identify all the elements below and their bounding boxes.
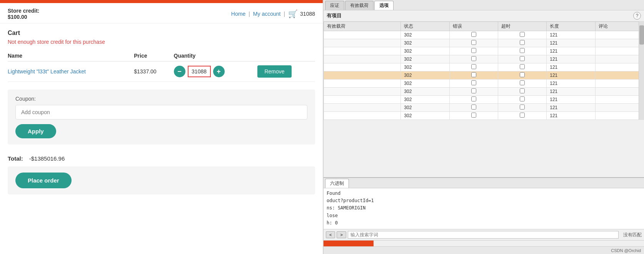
tab-you-xiao-zai-he[interactable]: 有效载荷: [345, 1, 374, 10]
coupon-input[interactable]: [15, 105, 307, 120]
table-row: 302 121: [324, 47, 644, 55]
cell-timeout[interactable]: [498, 71, 546, 80]
hex-line: Found: [327, 190, 641, 197]
cell-payload: [324, 63, 401, 71]
cell-status: 302: [401, 71, 449, 80]
top-accent-bar: [0, 0, 323, 3]
th-timeout: 超时: [498, 22, 546, 31]
cell-error[interactable]: [449, 55, 498, 63]
cell-length: 121: [547, 88, 595, 96]
cell-error[interactable]: [449, 104, 498, 112]
th-comment: 评论: [595, 22, 644, 31]
cell-timeout[interactable]: [498, 63, 546, 71]
ecommerce-panel: Store credit: $100.00 Home | My account …: [0, 0, 323, 254]
cell-status: 302: [401, 31, 449, 39]
cell-length: 121: [547, 112, 595, 120]
cell-timeout[interactable]: [498, 104, 546, 112]
cell-comment: [595, 104, 644, 112]
apply-button[interactable]: Apply: [15, 124, 56, 138]
my-account-link[interactable]: My account: [253, 11, 281, 17]
table-row: 302 121: [324, 96, 644, 104]
place-order-section: Place order: [8, 166, 315, 194]
cell-timeout[interactable]: [498, 96, 546, 104]
table-row: 302 121: [324, 71, 644, 80]
cell-payload: [324, 39, 401, 47]
error-message: Not enough store credit for this purchas…: [8, 39, 315, 45]
cell-comment: [595, 112, 644, 120]
cell-length: 121: [547, 80, 595, 88]
cell-payload: [324, 96, 401, 104]
cart-icon-area[interactable]: 🛒 31088: [288, 9, 315, 18]
qty-increase-button[interactable]: +: [213, 66, 225, 77]
cell-payload: [324, 71, 401, 80]
cart-heading: Cart: [8, 30, 315, 37]
scrollable-table-area[interactable]: 有效载荷 状态 错误 超时 长度 评论 302 121 302: [324, 22, 644, 120]
cell-status: 302: [401, 80, 449, 88]
remove-button[interactable]: Remove: [257, 65, 291, 78]
cell-error[interactable]: [449, 88, 498, 96]
cell-length: 121: [547, 55, 595, 63]
cell-error[interactable]: [449, 112, 498, 120]
cell-timeout[interactable]: [498, 55, 546, 63]
search-prev-button[interactable]: <: [326, 231, 335, 238]
no-match-label: 没有匹配: [623, 232, 642, 238]
cell-timeout[interactable]: [498, 80, 546, 88]
section-header: 有项目 ?: [324, 10, 644, 22]
search-next-button[interactable]: >: [337, 231, 346, 238]
home-link[interactable]: Home: [231, 11, 245, 17]
cell-status: 302: [401, 39, 449, 47]
search-bar: < > 没有匹配: [324, 229, 644, 240]
hex-line: ns: SAMEORIGIN: [327, 204, 641, 212]
hex-line: lose: [327, 212, 641, 219]
place-order-button[interactable]: Place order: [15, 173, 72, 188]
hex-tab-row: 六进制: [324, 178, 644, 188]
cell-timeout[interactable]: [498, 31, 546, 39]
site-header: Store credit: $100.00 Home | My account …: [0, 3, 323, 23]
cell-payload: [324, 88, 401, 96]
tab-ying-zheng[interactable]: 应证: [325, 1, 344, 10]
th-status: 状态: [401, 22, 449, 31]
cell-error[interactable]: [449, 63, 498, 71]
cell-timeout[interactable]: [498, 47, 546, 55]
col-header-action: [257, 50, 315, 61]
cell-comment: [595, 71, 644, 80]
hex-tab[interactable]: 六进制: [325, 179, 349, 188]
coupon-section: Coupon: Apply: [8, 90, 315, 144]
qty-input[interactable]: [188, 66, 211, 77]
cell-timeout[interactable]: [498, 88, 546, 96]
tab-xuan-xiang[interactable]: 选项: [374, 1, 394, 10]
cell-payload: [324, 112, 401, 120]
cell-status: 302: [401, 96, 449, 104]
cell-error[interactable]: [449, 31, 498, 39]
cell-error[interactable]: [449, 71, 498, 80]
cell-timeout[interactable]: [498, 39, 546, 47]
cell-error[interactable]: [449, 39, 498, 47]
col-header-qty: Quantity: [174, 50, 258, 61]
col-header-price: Price: [134, 50, 174, 61]
cell-error[interactable]: [449, 96, 498, 104]
table-row: 302 121: [324, 104, 644, 112]
cell-comment: [595, 31, 644, 39]
cell-payload: [324, 47, 401, 55]
cart-table: Name Price Quantity Lightweight "l33t" L…: [8, 50, 315, 82]
store-credit-amount: $100.00: [8, 14, 27, 20]
cell-status: 302: [401, 47, 449, 55]
cell-timeout[interactable]: [498, 112, 546, 120]
bottom-bar: CSDN @Orchid: [324, 246, 644, 254]
cell-comment: [595, 63, 644, 71]
cell-payload: [324, 104, 401, 112]
product-price-cell: $1337.00: [134, 61, 174, 82]
total-row: Total: -$1385016.96: [8, 151, 315, 166]
help-button[interactable]: ?: [633, 12, 641, 20]
cell-comment: [595, 47, 644, 55]
search-input[interactable]: [348, 231, 619, 239]
cell-error[interactable]: [449, 80, 498, 88]
cell-error[interactable]: [449, 47, 498, 55]
debug-panel: 应证 有效载荷 选项 有项目 ? 有效载荷 状态 错误 超时 长度 评论: [323, 0, 644, 254]
product-name-link[interactable]: Lightweight "l33t" Leather Jacket: [8, 68, 86, 75]
table-row: 302 121: [324, 63, 644, 71]
cell-status: 302: [401, 104, 449, 112]
cell-length: 121: [547, 31, 595, 39]
data-table-section: 有效载荷 状态 错误 超时 长度 评论 302 121 302: [324, 22, 644, 177]
qty-decrease-button[interactable]: −: [174, 66, 185, 77]
